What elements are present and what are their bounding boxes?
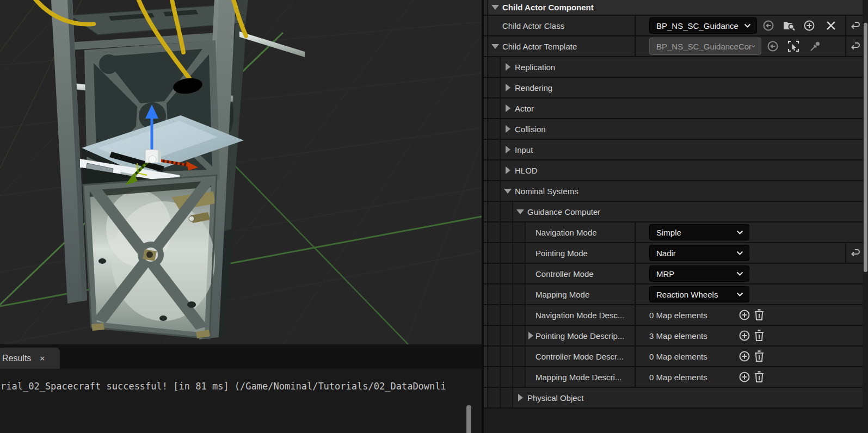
chevron-down-icon [744,23,751,28]
trash-icon[interactable] [754,330,765,342]
collapsed-triangle-icon[interactable] [506,84,510,91]
lower-x-panel [83,175,217,338]
level-viewport[interactable] [0,0,482,344]
expanded-triangle-icon[interactable] [516,209,524,214]
category-child-actor-component[interactable]: Child Actor Component [484,0,865,16]
property-label: Navigation Mode [535,228,597,237]
category-label: Physical Object [527,393,583,403]
tab-results[interactable]: Results × [0,348,60,369]
dropdown-value: MRP [656,269,674,279]
collapsed-triangle-icon[interactable] [506,166,510,174]
collapsed-triangle-icon[interactable] [518,394,523,401]
trash-icon[interactable] [754,371,765,383]
category-nominal-systems[interactable]: Nominal Systems [484,181,865,202]
add-map-element-icon[interactable] [738,330,750,342]
dropdown-value: BP_NS_SC_GuidanceCor [656,42,752,51]
property-label: Child Actor Class [502,21,564,30]
details-scrollbar-track[interactable] [863,0,868,433]
property-row-child-actor-class[interactable]: Child Actor Class BP_NS_SC_Guidance [484,16,865,36]
chevron-down-icon [752,44,755,48]
category-label: Replication [515,63,555,72]
trash-icon[interactable] [754,350,765,362]
category-actor[interactable]: Actor [484,98,865,119]
category-physical-object[interactable]: Physical Object [484,388,865,409]
property-row-mapping-mode[interactable]: Mapping Mode Reaction Wheels [484,284,865,305]
details-scrollbar-thumb[interactable] [864,23,867,272]
clear-x-icon[interactable] [826,21,836,30]
dropdown-value: Reaction Wheels [656,290,718,299]
unreal-editor-window: Results × rial_02_Spacecraft successful!… [0,0,868,433]
category-collision[interactable]: Collision [484,119,865,140]
eyedropper-icon[interactable] [809,40,821,52]
use-selected-asset-icon[interactable] [767,40,779,52]
use-selected-asset-icon[interactable] [762,20,774,32]
log-scrollbar[interactable] [466,405,471,433]
category-label: Input [515,145,533,154]
reset-to-default-icon[interactable] [850,21,861,30]
category-label: Collision [515,125,546,134]
expanded-triangle-icon[interactable] [491,44,499,49]
add-map-element-icon[interactable] [738,309,750,321]
chevron-down-icon [736,292,743,296]
category-label: HLOD [515,166,538,175]
left-region: Results × rial_02_Spacecraft successful!… [0,0,482,433]
map-elements-count: 0 Map elements [649,373,707,382]
expanded-triangle-icon[interactable] [504,189,512,194]
reset-column [845,36,865,56]
panel-gutter [484,0,488,15]
category-label: Actor [515,104,534,113]
property-row-pointing-mode-descriptions[interactable]: Pointing Mode Descrip... 3 Map elements [484,326,865,347]
close-icon[interactable]: × [40,354,45,363]
details-panel: Child Actor Component Child Actor Class … [482,0,868,433]
add-map-element-icon[interactable] [738,371,750,383]
property-label: Mapping Mode Descri... [535,373,621,382]
pointing-mode-dropdown[interactable]: Nadir [649,245,749,261]
dropdown-value: Simple [656,228,681,237]
map-elements-count: 0 Map elements [649,352,707,361]
property-row-pointing-mode[interactable]: Pointing Mode Nadir [484,243,865,264]
collapsed-triangle-icon[interactable] [506,104,510,112]
reset-to-default-icon[interactable] [850,249,861,257]
category-hlod[interactable]: HLOD [484,160,865,181]
collapsed-triangle-icon[interactable] [506,63,510,71]
property-label: Controller Mode Descr... [535,352,624,361]
navigation-mode-dropdown[interactable]: Simple [649,224,749,240]
reset-column [845,243,865,263]
map-elements-count: 3 Map elements [649,331,707,341]
collapsed-triangle-icon[interactable] [506,125,510,133]
trash-icon[interactable] [754,309,765,321]
property-row-mapping-mode-descriptions[interactable]: Mapping Mode Descri... 0 Map elements [484,367,865,388]
reset-to-default-icon[interactable] [850,42,861,51]
property-row-navigation-mode[interactable]: Navigation Mode Simple [484,222,865,243]
select-object-icon[interactable] [787,40,799,52]
category-replication[interactable]: Replication [484,57,865,78]
details-rows: Child Actor Component Child Actor Class … [484,0,865,409]
property-row-controller-mode-descriptions[interactable]: Controller Mode Descr... 0 Map elements [484,347,865,367]
add-map-element-icon[interactable] [738,350,750,362]
property-label: Navigation Mode Desc... [535,311,624,320]
category-input[interactable]: Input [484,140,865,160]
category-rendering[interactable]: Rendering [484,78,865,98]
mapping-mode-dropdown[interactable]: Reaction Wheels [649,286,749,302]
property-row-child-actor-template[interactable]: Child Actor Template BP_NS_SC_GuidanceCo… [484,36,865,57]
compile-log-output[interactable]: rial_02_Spacecraft successful! [in 81 ms… [0,369,482,433]
category-label: Nominal Systems [515,187,578,196]
plus-circle-icon[interactable] [803,20,815,32]
chevron-down-icon [736,230,743,234]
browse-to-asset-icon[interactable] [783,20,796,32]
expanded-triangle-icon[interactable] [491,5,499,10]
property-label: Mapping Mode [535,290,589,299]
collapsed-triangle-icon[interactable] [506,146,510,153]
controller-mode-dropdown[interactable]: MRP [649,265,749,282]
property-label: Pointing Mode Descrip... [535,331,624,341]
collapsed-triangle-icon[interactable] [528,332,533,339]
tab-label: Results [2,354,31,363]
property-row-navigation-mode-descriptions[interactable]: Navigation Mode Desc... 0 Map elements [484,305,865,326]
log-line: rial_02_Spacecraft successful! [in 81 ms… [0,369,482,392]
child-actor-class-dropdown[interactable]: BP_NS_SC_Guidance [649,17,757,34]
reset-column [845,16,865,35]
category-guidance-computer[interactable]: Guidance Computer [484,202,865,222]
category-label: Child Actor Component [502,3,594,12]
property-row-controller-mode[interactable]: Controller Mode MRP [484,264,865,284]
child-actor-template-dropdown[interactable]: BP_NS_SC_GuidanceCor [649,38,761,55]
